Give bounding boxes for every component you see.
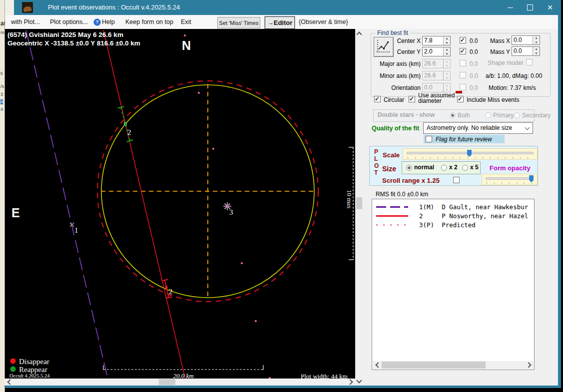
include-miss-events-label: Include Miss events [467, 96, 519, 103]
horizontal-scroll-thumb[interactable] [159, 379, 175, 385]
spin-up-icon[interactable]: ▲ [444, 47, 450, 52]
rms-entry[interactable]: 2 P Nosworthy, near Hazel [372, 212, 534, 220]
menu-plot-options[interactable]: Plot options... [50, 18, 88, 25]
maximize-button[interactable] [520, 0, 540, 15]
opacity-slider-thumb[interactable] [529, 175, 534, 182]
menu-help[interactable]: Help [102, 18, 115, 25]
mass-y-spinner[interactable]: 0.0▲▼ [512, 46, 540, 56]
size-x2-label: x 2 [449, 164, 458, 171]
predicted-dot [198, 92, 200, 94]
plot-settings-panel: PLOT Scale Size normal x 2 x 5 Form opac… [369, 146, 538, 186]
spin-down-icon[interactable]: ▼ [533, 51, 540, 56]
legend-label: Reappear [19, 366, 47, 374]
size-normal-radio[interactable] [406, 165, 412, 171]
opacity-slider-ticks [487, 182, 533, 184]
background-text-fragment: 4 [0, 99, 3, 104]
set-miss-times-button[interactable]: Set 'Miss' Times [217, 17, 260, 28]
include-miss-events-checkbox[interactable] [457, 96, 464, 102]
center-y-error: 0.0 [470, 48, 478, 55]
plot-title-line1: (6574) Gvishiani 2025 May 6 26.6 km [7, 31, 123, 38]
spin-up-icon[interactable]: ▲ [533, 36, 540, 40]
scale-bar-label: 20.0 km [173, 372, 193, 379]
spin-down-icon[interactable]: ▼ [444, 41, 450, 45]
center-x-label: Center X [383, 37, 421, 44]
mass-x-spinner[interactable]: 0.0▲▼ [512, 35, 540, 45]
orientation-fit-checkbox [460, 84, 466, 90]
window-title: Plot event observations : Occult v.4.202… [48, 0, 180, 15]
scroll-down-button[interactable] [355, 378, 363, 385]
size-x2-radio[interactable] [441, 165, 447, 171]
spin-up-icon[interactable]: ▲ [533, 47, 540, 51]
double-stars-label: Double stars - show [378, 111, 435, 118]
list-scroll-left-button[interactable] [374, 362, 381, 369]
rms-entry[interactable]: 3(P) Predicted [372, 221, 534, 229]
list-scroll-thumb[interactable] [382, 362, 486, 369]
observer-text: 1(M) D Gault, near Hawkesbur [419, 203, 528, 211]
chord-line-sample [376, 215, 408, 217]
shape-model-label: Shape model [486, 59, 523, 66]
menu-keep-on-top[interactable]: Keep form on top [125, 18, 173, 25]
spin-up-icon[interactable]: ▲ [444, 36, 450, 41]
scroll-right-button[interactable] [347, 379, 354, 386]
center-y-fit-checkbox[interactable] [460, 48, 466, 54]
background-text-fragment: 3 [0, 92, 3, 97]
plot-background [5, 29, 356, 379]
list-horizontal-scrollbar[interactable] [373, 361, 534, 369]
orientation-label: Orientation [373, 84, 421, 91]
list-scroll-right-button[interactable] [526, 362, 533, 369]
quality-value: Astrometry only. No reliable size [427, 124, 512, 131]
circular-checkbox[interactable] [374, 96, 381, 102]
center-y-spinner[interactable]: 2.0▲▼ [422, 47, 451, 56]
background-text-fragment: re [0, 30, 4, 35]
background-text-fragment: 4 [0, 107, 3, 112]
background-window-corner [5, 0, 14, 15]
observer-list[interactable]: 1(M) D Gault, near Hawkesbur2 P Nosworth… [372, 199, 535, 370]
chord-line-sample [376, 224, 408, 226]
scroll-up-button[interactable] [355, 30, 363, 37]
scale-slider-ticks [408, 157, 533, 159]
scroll-left-button[interactable] [5, 379, 12, 386]
size-x5-radio[interactable] [462, 165, 468, 171]
close-button[interactable]: ✕ [540, 0, 560, 15]
chord-label: 1 [74, 226, 78, 234]
center-x-fit-checkbox[interactable] [460, 37, 466, 43]
form-opacity-slider[interactable] [482, 174, 538, 185]
use-assumed-label-2: diameter [418, 97, 442, 104]
center-x-error: 0.0 [470, 37, 478, 44]
flag-review-label: Flag for future review [436, 136, 492, 143]
flag-review-checkbox[interactable] [426, 136, 432, 142]
spin-down-icon[interactable]: ▼ [533, 40, 540, 45]
vertical-scroll-thumb[interactable] [356, 197, 362, 209]
plot-vertical-scrollbar[interactable] [355, 29, 363, 386]
legend-label: Disappear [19, 358, 49, 366]
scroll-range-label: Scroll range x 1.25 [382, 177, 440, 184]
menu-with-plot[interactable]: with Plot... [11, 18, 40, 25]
double-stars-both-radio [450, 112, 456, 118]
editor-button[interactable]: →Editor [265, 16, 295, 29]
scroll-range-checkbox[interactable] [453, 177, 460, 183]
spin-down-icon[interactable]: ▼ [444, 52, 450, 56]
find-best-fit-label: Find best fit [375, 29, 410, 36]
minor-axis-fit-checkbox [460, 72, 466, 78]
quality-combobox[interactable]: Astrometry only. No reliable size [423, 122, 533, 134]
major-axis-fit-checkbox [460, 60, 466, 66]
chord-line-sample [376, 206, 408, 208]
center-x-spinner[interactable]: 7.8▲▼ [422, 36, 451, 45]
compass-east: E [11, 206, 20, 220]
shape-model-checkbox [526, 59, 533, 65]
plot-horizontal-scrollbar[interactable] [4, 379, 355, 386]
quality-label: Quality of the fit [372, 125, 419, 132]
use-assumed-diameter-checkbox[interactable] [409, 96, 415, 102]
menu-exit[interactable]: Exit [181, 18, 191, 25]
version-label: Occult 4.2025.5.24 [9, 373, 50, 379]
scale-slider-thumb[interactable] [467, 150, 472, 157]
window-content: 1223(6574) Gvishiani 2025 May 6 26.6 kmG… [4, 29, 558, 386]
minimize-button[interactable] [500, 0, 520, 15]
compass-north: N [182, 38, 191, 52]
help-icon: ? [93, 18, 101, 26]
rms-entry[interactable]: 1(M) D Gault, near Hawkesbur [372, 203, 534, 211]
scale-slider[interactable] [403, 148, 538, 160]
double-stars-group: Double stars - show Both Primary Seconda… [373, 109, 535, 122]
control-panel: Find best fit Center X 7.8▲▼ 0.0 Mass X … [363, 29, 558, 386]
plot-canvas[interactable]: 1223(6574) Gvishiani 2025 May 6 26.6 kmG… [4, 29, 356, 379]
